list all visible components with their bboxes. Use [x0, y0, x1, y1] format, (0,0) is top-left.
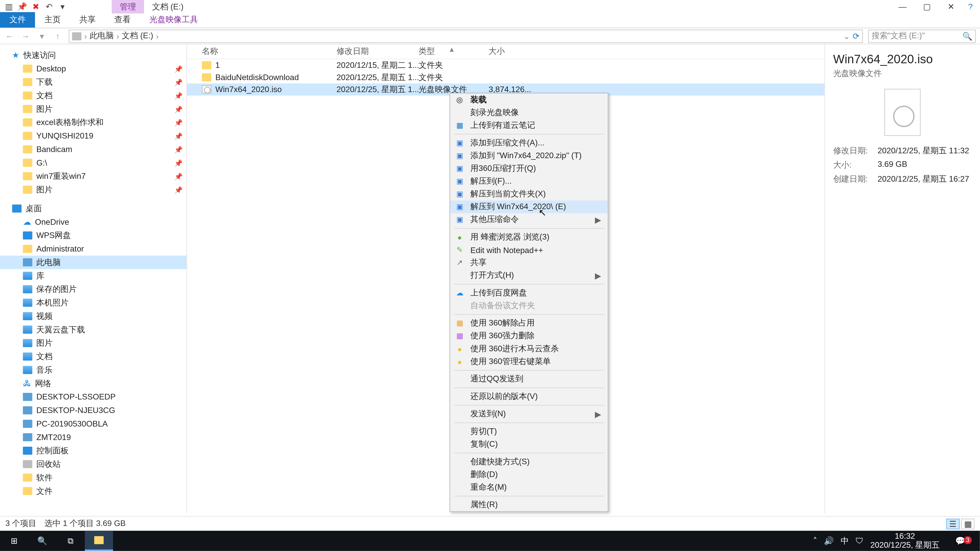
tree-item[interactable]: 保存的图片	[0, 283, 186, 296]
tree-network[interactable]: 🖧网络	[0, 377, 186, 390]
start-button[interactable]: ⊞	[0, 531, 28, 551]
tree-item[interactable]: 控制面板	[0, 444, 186, 457]
tree-item[interactable]: ☁OneDrive	[0, 215, 186, 229]
delete-icon[interactable]: ✖	[31, 2, 40, 11]
task-view-button[interactable]: ⧉	[57, 531, 85, 551]
address-dropdown-icon[interactable]: ⌄	[843, 32, 850, 41]
breadcrumb-root[interactable]: 此电脑	[89, 30, 114, 42]
context-menu-item[interactable]: ●用 蜂蜜浏览器 浏览(3)	[450, 230, 608, 243]
search-icon[interactable]: 🔍	[963, 32, 973, 41]
tab-home[interactable]: 主页	[35, 12, 70, 27]
address-bar[interactable]: › 此电脑 › 文档 (E:) › ⌄ ⟳	[68, 29, 863, 43]
tree-item[interactable]: DESKTOP-NJEU3CG	[0, 403, 186, 417]
search-input[interactable]: 搜索"文档 (E:)" 🔍	[868, 29, 976, 43]
tree-item[interactable]: 图片📌	[0, 102, 186, 116]
tree-desktop[interactable]: 桌面	[0, 202, 186, 215]
ime-indicator[interactable]: 中	[841, 535, 849, 547]
context-menu-item[interactable]: 发送到(N)▶	[450, 408, 608, 421]
tree-item[interactable]: Administrator	[0, 242, 186, 256]
tree-item[interactable]: Bandicam📌	[0, 143, 186, 156]
refresh-icon[interactable]: ⟳	[853, 32, 859, 41]
tree-quick-access[interactable]: ★快速访问	[0, 48, 186, 62]
security-icon[interactable]: 🛡	[856, 536, 864, 546]
tree-item[interactable]: 本机照片	[0, 296, 186, 310]
tree-item[interactable]: 图片	[0, 337, 186, 350]
explorer-taskbar-button[interactable]	[85, 531, 113, 551]
volume-icon[interactable]: 🔊	[824, 536, 834, 546]
context-menu-item[interactable]: ▦使用 360强力删除	[450, 330, 608, 342]
tree-item[interactable]: 天翼云盘下载	[0, 323, 186, 337]
view-thumbnails-button[interactable]: ▦	[961, 518, 975, 529]
tree-item[interactable]: 库	[0, 269, 186, 283]
tab-share[interactable]: 共享	[70, 12, 105, 27]
tree-item[interactable]: 回收站	[0, 457, 186, 471]
context-menu-item[interactable]: ▣添加到压缩文件(A)...	[450, 137, 608, 149]
context-menu-item[interactable]: ▣用360压缩打开(Q)	[450, 162, 608, 175]
context-menu-item[interactable]: ▣解压到 Win7x64_2020\ (E)	[450, 200, 608, 213]
tree-item[interactable]: ZMT2019	[0, 430, 186, 444]
tree-item[interactable]: 文档	[0, 350, 186, 363]
tab-disc-tools[interactable]: 光盘映像工具	[140, 12, 207, 27]
up-button[interactable]: ↑	[52, 32, 63, 41]
context-menu-item[interactable]: ◎装载	[450, 94, 608, 106]
file-row[interactable]: BaiduNetdiskDownload 2020/12/25, 星期五 1..…	[187, 71, 824, 83]
context-menu-item[interactable]: ▦使用 360解除占用	[450, 317, 608, 330]
forward-button[interactable]: →	[20, 32, 31, 41]
recent-dropdown-icon[interactable]: ▾	[36, 32, 47, 41]
tree-item[interactable]: Desktop📌	[0, 62, 186, 76]
tab-view[interactable]: 查看	[105, 12, 140, 27]
qat-dropdown-icon[interactable]: ▾	[58, 2, 67, 11]
context-menu-item[interactable]: ▣其他压缩命令▶	[450, 213, 608, 226]
context-menu-item[interactable]: 创建快捷方式(S)	[450, 455, 608, 468]
tab-file[interactable]: 文件	[0, 12, 35, 27]
chevron-right-icon[interactable]: ›	[116, 32, 119, 41]
view-details-button[interactable]: ☰	[946, 518, 960, 529]
chevron-right-icon[interactable]: ›	[156, 32, 159, 41]
clock[interactable]: 16:32 2020/12/25, 星期五	[870, 532, 939, 550]
tree-item[interactable]: 下载📌	[0, 75, 186, 89]
context-menu-item[interactable]: ☁上传到百度网盘	[450, 286, 608, 299]
context-menu-item[interactable]: 删除(D)	[450, 468, 608, 481]
context-menu-item[interactable]: 刻录光盘映像	[450, 106, 608, 119]
pin-icon[interactable]: 📌	[18, 2, 27, 11]
action-center-button[interactable]: 💬3	[946, 536, 975, 546]
tree-item[interactable]: 软件	[0, 471, 186, 484]
tree-item[interactable]: 此电脑	[0, 256, 186, 269]
help-icon[interactable]: ?	[964, 0, 977, 14]
context-menu-item[interactable]: ●使用 360管理右键菜单	[450, 355, 608, 368]
tree-item[interactable]: 图片📌	[0, 183, 186, 197]
context-menu-item[interactable]: 通过QQ发送到	[450, 373, 608, 386]
tray-up-icon[interactable]: ˄	[813, 536, 817, 546]
breadcrumb-current[interactable]: 文档 (E:)	[122, 30, 153, 42]
context-menu-item[interactable]: ▣添加到 "Win7x64_2020.zip" (T)	[450, 149, 608, 162]
tree-item[interactable]: PC-20190530OBLA	[0, 417, 186, 430]
tree-item[interactable]: excel表格制作求和📌	[0, 116, 186, 129]
minimize-button[interactable]: —	[891, 0, 914, 14]
column-size[interactable]: 大小	[488, 46, 549, 57]
context-menu-item[interactable]: 打开方式(H)▶	[450, 269, 608, 282]
tree-item[interactable]: 视频	[0, 310, 186, 323]
tree-item[interactable]: DESKTOP-LSSOEDP	[0, 390, 186, 403]
context-menu-item[interactable]: ↗共享	[450, 256, 608, 269]
context-menu-item[interactable]: ▣解压到当前文件夹(X)	[450, 188, 608, 200]
context-menu-item[interactable]: 剪切(T)	[450, 425, 608, 438]
back-button[interactable]: ←	[4, 32, 15, 41]
search-taskbar-button[interactable]: 🔍	[28, 531, 57, 551]
tree-item[interactable]: YUNQISHI2019📌	[0, 129, 186, 143]
context-menu-item[interactable]: 还原以前的版本(V)	[450, 390, 608, 403]
column-name[interactable]: 名称	[187, 46, 336, 57]
tree-item[interactable]: 文档📌	[0, 89, 186, 102]
undo-icon[interactable]: ↶	[45, 2, 54, 11]
tree-item[interactable]: 音乐	[0, 363, 186, 377]
context-tab-manage[interactable]: 管理	[112, 0, 144, 14]
context-menu-item[interactable]: 重命名(M)	[450, 481, 608, 494]
file-row[interactable]: 1 2020/12/15, 星期二 1... 文件夹	[187, 59, 824, 71]
close-button[interactable]: ✕	[939, 0, 963, 14]
tree-item[interactable]: 文件	[0, 484, 186, 498]
context-menu-item[interactable]: ●使用 360进行木马云查杀	[450, 342, 608, 355]
context-menu-item[interactable]: ▦上传到有道云笔记	[450, 119, 608, 132]
context-menu-item[interactable]: 属性(R)	[450, 499, 608, 511]
column-date[interactable]: 修改日期	[337, 46, 419, 57]
tree-item[interactable]: win7重装win7📌	[0, 170, 186, 183]
context-menu-item[interactable]: 复制(C)	[450, 438, 608, 451]
